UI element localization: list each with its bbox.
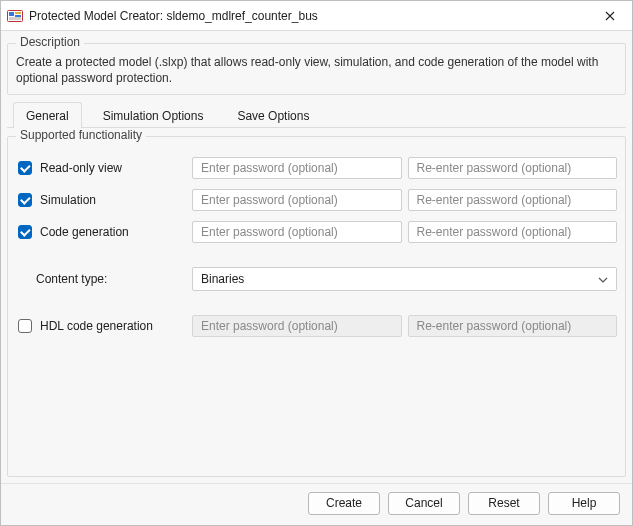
simulation-password[interactable] [192, 189, 402, 211]
svg-rect-2 [15, 12, 21, 14]
content-type-label: Content type: [36, 272, 107, 286]
hdl-password-confirm[interactable] [408, 315, 618, 337]
svg-rect-4 [9, 17, 21, 20]
row-simulation: Simulation [16, 189, 617, 211]
general-pane: Supported functionality Read-only view [7, 128, 626, 477]
cancel-button[interactable]: Cancel [388, 492, 460, 515]
chevron-down-icon [598, 274, 608, 284]
create-button[interactable]: Create [308, 492, 380, 515]
row-code-generation: Code generation [16, 221, 617, 243]
row-readonly-view: Read-only view [16, 157, 617, 179]
code-generation-password[interactable] [192, 221, 402, 243]
supported-functionality-legend: Supported functionality [16, 128, 146, 142]
code-generation-password-confirm[interactable] [408, 221, 618, 243]
tab-general[interactable]: General [13, 102, 82, 128]
close-icon [605, 11, 615, 21]
hdl-code-generation-checkbox[interactable] [18, 319, 32, 333]
description-group: Description Create a protected model (.s… [7, 43, 626, 95]
window-title: Protected Model Creator: sldemo_mdlref_c… [29, 9, 588, 23]
hdl-password[interactable] [192, 315, 402, 337]
svg-rect-3 [15, 15, 21, 17]
readonly-view-password[interactable] [192, 157, 402, 179]
tab-simulation-options[interactable]: Simulation Options [90, 102, 217, 128]
row-content-type: Content type: Binaries [16, 267, 617, 291]
svg-rect-1 [9, 12, 14, 16]
window-root: Protected Model Creator: sldemo_mdlref_c… [0, 0, 633, 526]
simulation-checkbox[interactable] [18, 193, 32, 207]
code-generation-label: Code generation [40, 225, 129, 239]
row-hdl-code-generation: HDL code generation [16, 315, 617, 337]
code-generation-checkbox[interactable] [18, 225, 32, 239]
description-text: Create a protected model (.slxp) that al… [16, 54, 617, 86]
button-bar: Create Cancel Reset Help [1, 483, 632, 525]
content-type-select[interactable]: Binaries [192, 267, 617, 291]
tabs-row: General Simulation Options Save Options [7, 101, 626, 128]
reset-button[interactable]: Reset [468, 492, 540, 515]
close-button[interactable] [588, 1, 632, 31]
readonly-view-password-confirm[interactable] [408, 157, 618, 179]
simulation-password-confirm[interactable] [408, 189, 618, 211]
titlebar: Protected Model Creator: sldemo_mdlref_c… [1, 1, 632, 31]
readonly-view-label: Read-only view [40, 161, 122, 175]
hdl-code-generation-label: HDL code generation [40, 319, 153, 333]
help-button[interactable]: Help [548, 492, 620, 515]
client-area: Description Create a protected model (.s… [1, 31, 632, 483]
readonly-view-checkbox[interactable] [18, 161, 32, 175]
tab-save-options[interactable]: Save Options [224, 102, 322, 128]
content-type-value: Binaries [201, 272, 244, 286]
app-icon [7, 8, 23, 24]
simulation-label: Simulation [40, 193, 96, 207]
supported-functionality-group: Supported functionality Read-only view [7, 136, 626, 477]
description-legend: Description [16, 35, 84, 49]
